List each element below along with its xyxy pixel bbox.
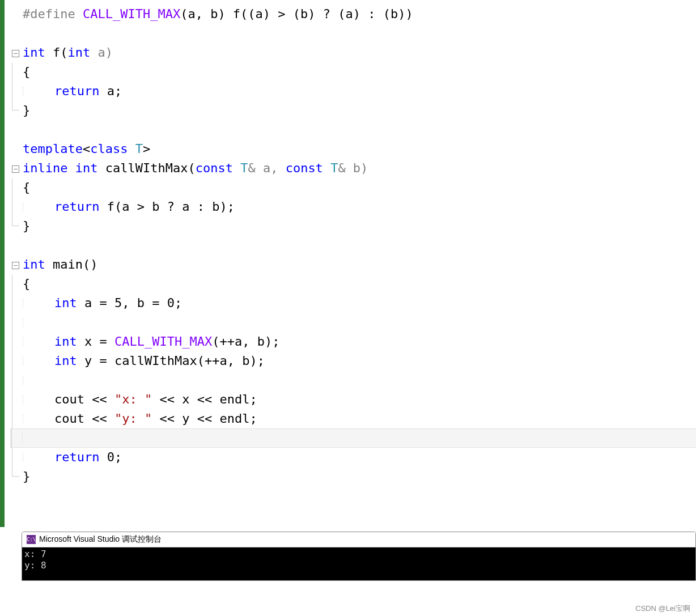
code-line-blank[interactable] [11, 236, 696, 255]
outline-end-icon [12, 216, 19, 226]
console-output[interactable]: x: 7 y: 8 [22, 547, 695, 580]
code-line[interactable]: { [11, 62, 696, 82]
console-line: x: 7 [24, 549, 693, 560]
code-line[interactable]: cout << "y: " << y << endl; [11, 409, 696, 428]
code-line[interactable]: int f(int a) [11, 43, 696, 62]
outline-guide [12, 179, 19, 198]
outline-guide [12, 63, 19, 82]
code-editor[interactable]: #define CALL_WITH_MAX(a, b) f((a) > (b) … [0, 0, 696, 527]
code-line-cursor[interactable] [10, 428, 696, 448]
code-line[interactable]: { [11, 178, 696, 197]
code-line[interactable]: int x = CALL_WITH_MAX(++a, b); [11, 332, 696, 351]
macro-name: CALL_WITH_MAX [83, 5, 180, 24]
fold-minus-icon[interactable] [12, 262, 19, 269]
code-line[interactable]: } [11, 101, 696, 120]
code-line[interactable]: return a; [11, 82, 696, 101]
code-line[interactable]: #define CALL_WITH_MAX(a, b) f((a) > (b) … [11, 5, 696, 24]
code-line[interactable]: int main() [11, 255, 696, 274]
console-line: y: 8 [24, 560, 693, 571]
outline-guide [12, 390, 19, 410]
outline-guide [12, 82, 19, 101]
outline-end-icon [12, 101, 19, 111]
code-text-area[interactable]: #define CALL_WITH_MAX(a, b) f((a) > (b) … [0, 0, 696, 486]
code-line-blank[interactable] [11, 120, 696, 139]
console-icon: C:\ [27, 535, 36, 544]
outline-guide [12, 371, 19, 390]
outline-guide [12, 275, 19, 294]
code-line[interactable]: cout << "x: " << x << endl; [11, 390, 696, 409]
preproc-directive: #define [23, 5, 75, 24]
watermark-text: CSDN @Lei宝啊 [635, 604, 690, 614]
macro-body: (a, b) f((a) > (b) ? (a) : (b)) [180, 5, 413, 24]
fold-minus-icon[interactable] [12, 165, 19, 173]
console-titlebar[interactable]: C:\ Microsoft Visual Studio 调试控制台 [22, 532, 695, 547]
outline-guide [12, 333, 19, 352]
outline-guide [12, 313, 19, 333]
code-line-blank[interactable] [11, 313, 696, 332]
code-line[interactable]: } [11, 216, 696, 236]
fold-minus-icon[interactable] [12, 50, 19, 57]
code-line[interactable]: template<class T> [11, 139, 696, 159]
code-line[interactable]: { [11, 274, 696, 294]
code-line[interactable]: } [11, 467, 696, 486]
code-line-blank[interactable] [11, 371, 696, 390]
outline-end-icon [12, 467, 19, 477]
code-line[interactable]: int y = callWIthMax(++a, b); [11, 351, 696, 371]
outline-guide [12, 448, 19, 468]
code-line[interactable]: return 0; [11, 448, 696, 467]
debug-console-window[interactable]: C:\ Microsoft Visual Studio 调试控制台 x: 7 y… [22, 532, 696, 581]
outline-guide [12, 352, 19, 371]
outline-guide [12, 198, 19, 217]
code-line[interactable]: inline int callWIthMax(const T& a, const… [11, 159, 696, 178]
console-title-text: Microsoft Visual Studio 调试控制台 [39, 534, 162, 545]
code-line[interactable]: return f(a > b ? a : b); [11, 197, 696, 216]
outline-guide [12, 294, 19, 313]
outline-guide [11, 429, 19, 448]
code-line-blank[interactable] [11, 24, 696, 43]
outline-guide [12, 410, 19, 429]
code-line[interactable]: int a = 5, b = 0; [11, 294, 696, 313]
